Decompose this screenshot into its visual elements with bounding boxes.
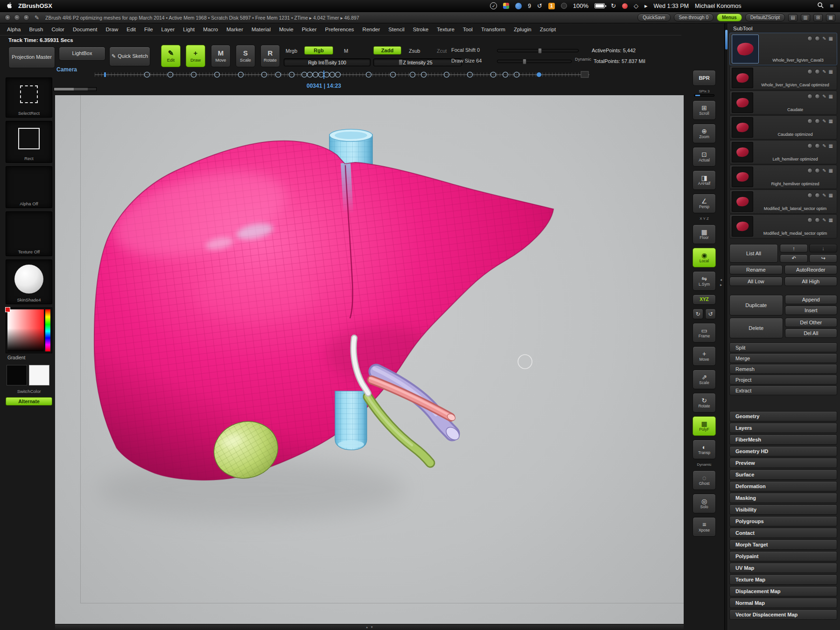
solo-button[interactable]: ◎Solo: [693, 494, 716, 513]
switch-color-label[interactable]: SwitchColor: [6, 389, 52, 394]
dynamic-label[interactable]: Dynamic: [575, 57, 591, 62]
zcut-toggle[interactable]: Zcut: [437, 48, 447, 54]
eye-toggle-icon[interactable]: [807, 94, 812, 99]
menu-item[interactable]: Zplugin: [510, 27, 536, 32]
paint-toggle-icon[interactable]: [815, 217, 820, 223]
time-machine-icon[interactable]: ↻: [611, 3, 616, 9]
ghost-button[interactable]: ◌Ghost: [693, 470, 716, 490]
color-picker[interactable]: [6, 308, 52, 353]
tool-palette-section[interactable]: Contact: [729, 528, 837, 538]
subtool-thumbnail[interactable]: [732, 35, 759, 63]
rgb-toggle[interactable]: Rgb: [304, 46, 333, 55]
minimize-window-icon[interactable]: −: [14, 14, 20, 21]
panel-scrollbar[interactable]: [725, 23, 728, 630]
menu-item[interactable]: Alpha: [3, 27, 25, 32]
menu-item[interactable]: Stencil: [384, 27, 409, 32]
menu-item[interactable]: Stroke: [409, 27, 433, 32]
layout-icon-2[interactable]: ▥: [801, 14, 810, 21]
timeline-ruler[interactable]: 00341 | 14:23: [95, 67, 594, 93]
default-zscript-button[interactable]: DefaultZScript: [745, 14, 785, 21]
menu-item[interactable]: Edit: [122, 27, 140, 32]
rotate-cw-button[interactable]: ↻: [693, 308, 703, 319]
rgb-intensity-slider[interactable]: Rgb Intensity 100: [284, 58, 371, 66]
menubar-clock[interactable]: Wed 1:33 PM: [654, 3, 689, 9]
tool-palette-section[interactable]: Masking: [729, 493, 837, 503]
menu-item[interactable]: Macro: [199, 27, 222, 32]
bpr-button[interactable]: BPR: [693, 70, 716, 86]
menu-item[interactable]: Light: [179, 27, 199, 32]
tool-palette-section[interactable]: Vector Displacement Map: [729, 609, 837, 620]
polyframe-mini-icon[interactable]: ▦: [829, 119, 833, 124]
tool-palette-section[interactable]: Geometry HD: [729, 446, 837, 456]
apple-menu-icon[interactable]: [7, 2, 13, 10]
projection-master-button[interactable]: Projection Master: [8, 47, 55, 68]
menu-item[interactable]: Movie: [275, 27, 298, 32]
rename-button[interactable]: Rename: [729, 265, 783, 274]
pen-icon[interactable]: ✎: [822, 94, 826, 99]
polyframe-mini-icon[interactable]: ▦: [829, 36, 833, 41]
frame-button[interactable]: ▭Frame: [693, 323, 716, 343]
sync-check-icon[interactable]: ✓: [490, 2, 497, 9]
eye-toggle-icon[interactable]: [807, 36, 812, 41]
app-status-icon[interactable]: [515, 3, 522, 9]
mrgb-toggle[interactable]: Mrgb: [286, 48, 297, 54]
menu-item[interactable]: Brush: [25, 27, 47, 32]
layout-icon-4[interactable]: ▦: [826, 14, 835, 21]
subtool-item[interactable]: ✎ ▦ Whole_liver_ligVen_Caval3: [729, 33, 837, 65]
subtool-thumbnail[interactable]: [732, 191, 753, 212]
paint-toggle-icon[interactable]: [815, 168, 820, 173]
scroll-up-icon[interactable]: ▴: [366, 625, 368, 629]
menu-item[interactable]: Color: [47, 27, 68, 32]
polyframe-mini-icon[interactable]: ▦: [829, 168, 833, 173]
menu-item[interactable]: Transform: [477, 27, 510, 32]
menu-item[interactable]: Document: [69, 27, 101, 32]
eye-toggle-icon[interactable]: [807, 69, 812, 74]
menu-item[interactable]: Zscript: [536, 27, 560, 32]
polyframe-mini-icon[interactable]: ▦: [829, 218, 833, 223]
subtool-item[interactable]: ✎ ▦ Caudate: [729, 91, 837, 115]
select-up-button[interactable]: ↑: [780, 244, 808, 252]
pen-icon[interactable]: ✎: [822, 36, 826, 41]
subtool-item[interactable]: ✎ ▦ Modified_left_medial_sector optim: [729, 214, 837, 238]
paint-toggle-icon[interactable]: [815, 143, 820, 148]
rotate-ccw-button[interactable]: ↺: [705, 308, 716, 319]
subtool-section-bar[interactable]: Split: [729, 343, 837, 352]
menu-item[interactable]: Render: [358, 27, 385, 32]
scale-3d-button[interactable]: ⇗Scale: [693, 370, 716, 389]
zoom-button[interactable]: ⊕Zoom: [693, 124, 716, 143]
transp-button[interactable]: ◐Transp: [693, 440, 716, 459]
tool-palette-section[interactable]: Geometry: [729, 411, 837, 421]
pen-icon[interactable]: ✎: [822, 168, 826, 173]
all-low-button[interactable]: All Low: [729, 277, 783, 286]
edit-mode-button[interactable]: ✎ Edit: [161, 45, 181, 67]
tool-palette-section[interactable]: Texture Map: [729, 574, 837, 585]
subtool-header[interactable]: SubTool: [729, 24, 837, 33]
delete-button[interactable]: Delete: [729, 318, 783, 338]
material-selector[interactable]: SkinShade4: [6, 259, 52, 304]
tool-palette-section[interactable]: UV Map: [729, 563, 837, 573]
paint-toggle-icon[interactable]: [815, 94, 820, 99]
append-button[interactable]: Append: [785, 295, 838, 304]
draw-mode-button[interactable]: + Draw: [186, 45, 205, 67]
canvas-bottom-scrollbar[interactable]: ▴ ▾: [55, 624, 684, 630]
zoom-window-icon[interactable]: +: [23, 14, 29, 21]
layout-icon-1[interactable]: ▤: [788, 14, 798, 21]
lightbox-button[interactable]: LightBox: [59, 47, 105, 61]
lsym-button[interactable]: ⇋L.Sym: [693, 271, 716, 291]
saturation-value-area[interactable]: [7, 309, 44, 351]
tool-palette-section[interactable]: Morph Target: [729, 539, 837, 550]
color-profile-icon[interactable]: [503, 3, 509, 9]
move-mode-button[interactable]: M Move: [211, 45, 231, 67]
actual-button[interactable]: ⊡Actual: [693, 147, 716, 167]
history-swirl-icon[interactable]: ↺: [537, 3, 542, 9]
secondary-color-swatch[interactable]: [29, 365, 49, 385]
m-toggle[interactable]: M: [344, 48, 348, 54]
autoreorder-button[interactable]: AutoReorder: [784, 265, 838, 274]
hue-strip[interactable]: [45, 309, 50, 351]
alpha-selector[interactable]: Alpha Off: [6, 166, 52, 208]
paint-toggle-icon[interactable]: [815, 36, 820, 41]
menus-button[interactable]: Menus: [717, 14, 742, 21]
del-other-button[interactable]: Del Other: [785, 318, 838, 327]
panel-scrollbar-thumb[interactable]: [725, 30, 728, 49]
subtool-thumbnail[interactable]: [732, 167, 753, 187]
